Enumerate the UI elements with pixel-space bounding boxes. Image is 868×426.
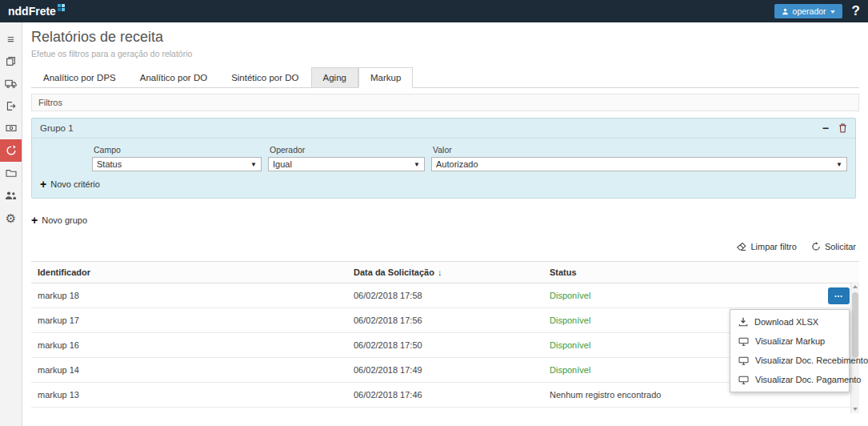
filters-panel-heading: Filtros [31, 94, 859, 111]
field-valor: Valor Autorizado ▼ [431, 145, 847, 171]
request-report-button[interactable]: Solicitar [811, 242, 856, 251]
operador-select-value: Igual [273, 159, 292, 169]
filter-group-1: Grupo 1 − Campo Status [31, 118, 856, 199]
content: Relatórios de receita Efetue os filtros … [22, 22, 868, 426]
clear-filter-button[interactable]: Limpar filtro [736, 242, 796, 251]
monitor-icon [738, 376, 749, 384]
monitor-icon [738, 337, 749, 346]
users-icon [5, 191, 17, 200]
page-title: Relatórios de receita [31, 29, 859, 46]
app-window: nddFrete operador ? ≡ [0, 0, 868, 426]
sidebar-item-payments[interactable] [0, 117, 22, 139]
plus-icon: + [40, 179, 46, 190]
request-report-label: Solicitar [825, 242, 856, 251]
table-row: markup 18 06/02/2018 17:58 Disponível ••… [31, 283, 859, 308]
brand-text: nddFrete [8, 2, 56, 21]
hamburger-icon: ≡ [7, 33, 14, 45]
page-subtitle: Efetue os filtros para a geração do rela… [31, 49, 859, 58]
table-header: Identificador Data da Solicitação ↓ Stat… [31, 261, 859, 283]
results-table: Identificador Data da Solicitação ↓ Stat… [31, 261, 859, 408]
select-arrow-icon: ▼ [414, 161, 420, 168]
add-group-link[interactable]: + Novo grupo [31, 215, 87, 226]
user-label: operador [793, 6, 826, 16]
sidebar-item-archive[interactable] [0, 162, 22, 184]
add-criterion-label: Novo critério [50, 179, 100, 189]
table-scrollbar[interactable] [850, 282, 859, 413]
column-header-status[interactable]: Status [543, 262, 859, 283]
select-arrow-icon: ▼ [250, 161, 257, 168]
row-actions-menu: Download XLSX Visualizar Markup Visualiz… [730, 309, 850, 392]
field-valor-label: Valor [433, 145, 847, 155]
report-toolbar: Limpar filtro Solicitar [31, 242, 859, 251]
scroll-down-button[interactable] [851, 404, 859, 413]
row-actions-button[interactable]: ••• [828, 287, 850, 304]
sidebar-item-users[interactable] [0, 184, 22, 207]
campo-select[interactable]: Status ▼ [92, 157, 262, 171]
brand-logo: nddFrete [8, 2, 65, 21]
menu-item-visualizar-doc-pagamento[interactable]: Visualizar Doc. Pagamento [730, 370, 849, 389]
collapse-group-button[interactable]: − [822, 123, 829, 134]
campo-select-value: Status [97, 159, 122, 169]
tab-markup[interactable]: Markup [358, 67, 413, 88]
sidebar-item-menu[interactable]: ≡ [0, 27, 22, 50]
tab-aging[interactable]: Aging [311, 67, 358, 88]
tab-sintetico-por-do[interactable]: Sintético por DO [219, 67, 310, 88]
sort-desc-icon: ↓ [438, 267, 442, 277]
scrollbar-thumb[interactable] [852, 292, 858, 358]
sidebar-item-shipments[interactable] [0, 72, 22, 94]
sidebar-item-export[interactable] [0, 94, 22, 117]
valor-select[interactable]: Autorizado ▼ [431, 157, 847, 171]
trash-icon [838, 123, 847, 133]
filter-group-tools: − [822, 123, 847, 134]
menu-item-visualizar-doc-recebimento[interactable]: Visualizar Doc. Recebimento [730, 351, 849, 370]
menu-item-download-xlsx[interactable]: Download XLSX [730, 312, 849, 332]
sidebar: ≡ ⚙ [0, 22, 22, 426]
cell-identificador: markup 16 [31, 340, 347, 350]
report-tabs: Analítico por DPS Analítico por DO Sinté… [31, 67, 859, 88]
main-area: ≡ ⚙ [0, 22, 868, 426]
add-group-label: Novo grupo [42, 215, 87, 225]
monitor-icon [738, 356, 749, 365]
sidebar-item-settings[interactable]: ⚙ [0, 207, 22, 229]
cell-identificador: markup 14 [31, 365, 347, 375]
tab-analitico-por-dps[interactable]: Analítico por DPS [31, 67, 128, 88]
person-icon [782, 8, 789, 15]
menu-item-label: Visualizar Doc. Pagamento [755, 375, 861, 384]
menu-item-label: Download XLSX [754, 317, 818, 327]
column-header-identificador[interactable]: Identificador [31, 262, 347, 283]
filter-group-header: Grupo 1 − [32, 119, 855, 139]
tab-analitico-por-do[interactable]: Analítico por DO [128, 67, 219, 88]
user-menu-button[interactable]: operador [774, 4, 842, 18]
valor-select-value: Autorizado [436, 159, 478, 169]
filter-group-body: Campo Status ▼ Operador Igual ▼ [32, 139, 855, 198]
refresh-icon [811, 242, 821, 251]
clear-filter-label: Limpar filtro [750, 242, 796, 251]
cell-identificador: markup 17 [31, 315, 347, 325]
cell-data: 06/02/2018 17:46 [347, 390, 543, 400]
column-header-data-solicitacao[interactable]: Data da Solicitação ↓ [347, 262, 543, 283]
folder-icon [6, 168, 17, 178]
add-criterion-link[interactable]: + Novo critério [40, 179, 100, 190]
field-campo: Campo Status ▼ [92, 145, 262, 171]
select-arrow-icon: ▼ [836, 161, 842, 168]
column-header-label: Data da Solicitação [354, 267, 434, 277]
field-campo-label: Campo [94, 145, 262, 155]
cell-status: Disponível [543, 291, 859, 300]
operador-select[interactable]: Igual ▼ [268, 157, 425, 171]
cell-data: 06/02/2018 17:50 [347, 340, 543, 350]
copy-icon [6, 56, 16, 66]
help-button[interactable]: ? [852, 3, 862, 19]
scroll-up-button[interactable] [851, 282, 859, 291]
filter-group-title: Grupo 1 [40, 123, 74, 133]
brand-mark-icon [58, 4, 65, 11]
delete-group-button[interactable] [838, 123, 847, 133]
topbar: nddFrete operador ? [0, 0, 868, 22]
cell-identificador: markup 18 [31, 291, 347, 300]
sidebar-item-documents[interactable] [0, 50, 22, 72]
export-icon [6, 101, 16, 111]
menu-item-label: Visualizar Doc. Recebimento [755, 356, 868, 365]
sidebar-item-revenue-reports[interactable] [0, 139, 22, 162]
gears-icon: ⚙ [6, 212, 16, 224]
truck-icon [5, 78, 17, 89]
menu-item-visualizar-markup[interactable]: Visualizar Markup [730, 332, 849, 351]
